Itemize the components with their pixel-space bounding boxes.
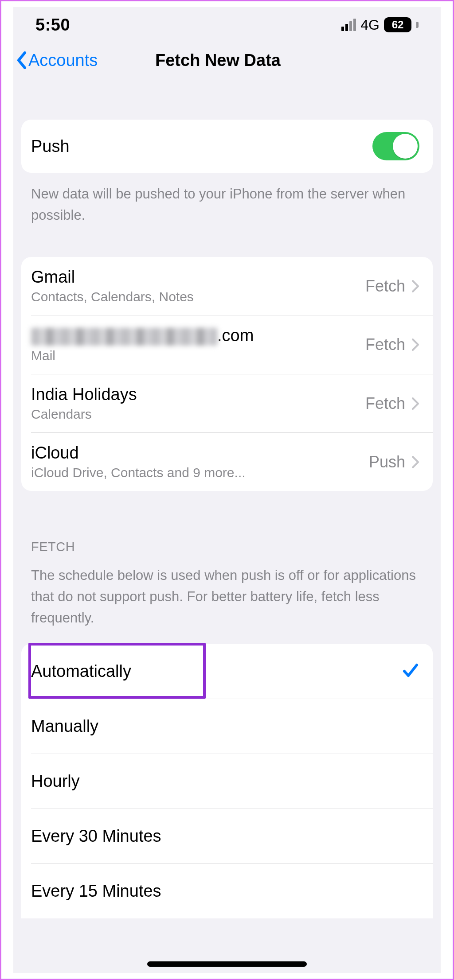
fetch-option-label: Every 30 Minutes [31, 827, 161, 846]
account-row[interactable]: .comMailFetch [31, 315, 433, 374]
status-right: 4G 62 [341, 17, 419, 33]
fetch-option-row[interactable]: Manually [31, 699, 433, 754]
back-label: Accounts [28, 51, 98, 70]
account-subtitle: iCloud Drive, Contacts and 9 more... [31, 465, 246, 480]
fetch-option-row[interactable]: Every 15 Minutes [31, 863, 433, 918]
battery-level: 62 [392, 19, 404, 31]
fetch-option-label: Automatically [31, 662, 131, 681]
fetch-option-row[interactable]: Every 30 Minutes [31, 809, 433, 863]
fetch-option-row[interactable]: Hourly [31, 754, 433, 809]
nav-header: Accounts Fetch New Data [13, 43, 441, 78]
push-label: Push [31, 137, 70, 156]
home-indicator [147, 961, 307, 967]
account-title: Gmail [31, 268, 75, 286]
push-section: Push [21, 120, 433, 173]
account-subtitle: Contacts, Calendars, Notes [31, 289, 194, 304]
fetch-header: FETCH [13, 526, 441, 565]
account-row[interactable]: iCloudiCloud Drive, Contacts and 9 more.… [31, 432, 433, 491]
cellular-signal-icon [341, 19, 356, 31]
account-row[interactable]: GmailContacts, Calendars, NotesFetch [21, 257, 433, 315]
page-title: Fetch New Data [155, 51, 281, 70]
account-mode: Fetch [365, 335, 405, 354]
battery-nub-icon [416, 22, 419, 28]
network-label: 4G [360, 17, 380, 33]
status-bar: 5:50 4G 62 [13, 7, 441, 43]
push-footer: New data will be pushed to your iPhone f… [13, 173, 441, 230]
checkmark-icon [402, 661, 419, 679]
fetch-option-label: Hourly [31, 772, 80, 791]
chevron-right-icon [411, 397, 419, 410]
battery-icon: 62 [384, 17, 411, 32]
push-row[interactable]: Push [21, 120, 433, 173]
account-subtitle: Mail [31, 348, 254, 363]
chevron-left-icon [16, 51, 27, 69]
push-toggle[interactable] [372, 132, 419, 160]
status-time: 5:50 [35, 16, 70, 35]
account-title-suffix: .com [217, 326, 254, 345]
accounts-section: GmailContacts, Calendars, NotesFetch.com… [21, 257, 433, 491]
account-title: India Holidays [31, 385, 137, 404]
fetch-option-label: Manually [31, 717, 98, 736]
chevron-right-icon [411, 455, 419, 469]
account-subtitle: Calendars [31, 407, 137, 422]
fetch-options-section: AutomaticallyManuallyHourlyEvery 30 Minu… [21, 644, 433, 918]
fetch-option-row[interactable]: Automatically [21, 644, 433, 699]
account-mode: Push [369, 453, 405, 471]
back-button[interactable]: Accounts [13, 51, 98, 70]
account-mode: Fetch [365, 394, 405, 413]
account-row[interactable]: India HolidaysCalendarsFetch [31, 374, 433, 432]
redacted-title [31, 328, 217, 346]
fetch-option-label: Every 15 Minutes [31, 882, 161, 901]
fetch-description: The schedule below is used when push is … [13, 565, 441, 644]
account-title: iCloud [31, 443, 79, 462]
chevron-right-icon [411, 280, 419, 293]
account-mode: Fetch [365, 277, 405, 296]
chevron-right-icon [411, 338, 419, 351]
